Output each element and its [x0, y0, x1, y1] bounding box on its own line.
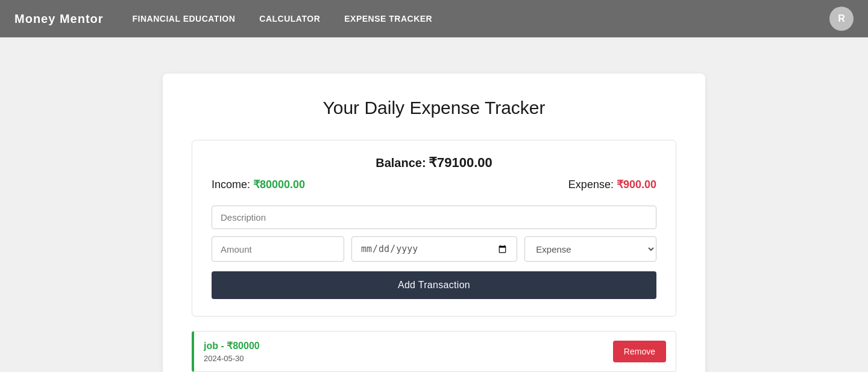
- navbar: Money Mentor FINANCIAL EDUCATION CALCULA…: [0, 0, 868, 37]
- nav-link-financial-education[interactable]: FINANCIAL EDUCATION: [133, 14, 236, 24]
- balance-row: Balance: ₹79100.00: [212, 155, 656, 171]
- amount-input[interactable]: [212, 236, 344, 262]
- description-row: [212, 206, 656, 229]
- nav-link-calculator[interactable]: CALCULATOR: [259, 14, 320, 24]
- description-input[interactable]: [212, 206, 656, 229]
- date-input[interactable]: [351, 236, 517, 262]
- add-transaction-button[interactable]: Add Transaction: [212, 271, 656, 299]
- nav-logo: Money Mentor: [14, 12, 104, 26]
- expense-block: Expense: ₹900.00: [568, 178, 656, 191]
- transaction-list: job - ₹80000 2024-05-30 Remove ... Remov…: [192, 331, 676, 372]
- tracker-container: Your Daily Expense Tracker Balance: ₹791…: [163, 74, 705, 372]
- transaction-date-0: 2024-05-30: [204, 354, 260, 363]
- balance-amount: ₹79100.00: [429, 155, 492, 170]
- income-block: Income: ₹80000.00: [212, 178, 305, 191]
- page-title: Your Daily Expense Tracker: [192, 98, 676, 118]
- nav-link-expense-tracker[interactable]: EXPENSE TRACKER: [344, 14, 432, 24]
- remove-button-0[interactable]: Remove: [613, 341, 666, 362]
- main-content: Your Daily Expense Tracker Balance: ₹791…: [0, 37, 868, 372]
- avatar[interactable]: R: [829, 7, 854, 31]
- expense-label: Expense:: [568, 178, 614, 191]
- transaction-info-0: job - ₹80000 2024-05-30: [204, 340, 260, 363]
- transaction-item-0: job - ₹80000 2024-05-30 Remove: [192, 331, 676, 372]
- type-select[interactable]: Expense Income: [524, 236, 656, 262]
- income-amount: ₹80000.00: [253, 178, 305, 191]
- expense-amount: ₹900.00: [617, 178, 656, 191]
- amount-date-type-row: Expense Income: [212, 236, 656, 262]
- nav-links: FINANCIAL EDUCATION CALCULATOR EXPENSE T…: [133, 14, 433, 24]
- balance-label: Balance:: [376, 156, 426, 169]
- income-label: Income:: [212, 178, 250, 191]
- balance-section: Balance: ₹79100.00 Income: ₹80000.00 Exp…: [192, 140, 676, 317]
- income-expense-row: Income: ₹80000.00 Expense: ₹900.00: [212, 178, 656, 191]
- transaction-name-0: job - ₹80000: [204, 340, 260, 352]
